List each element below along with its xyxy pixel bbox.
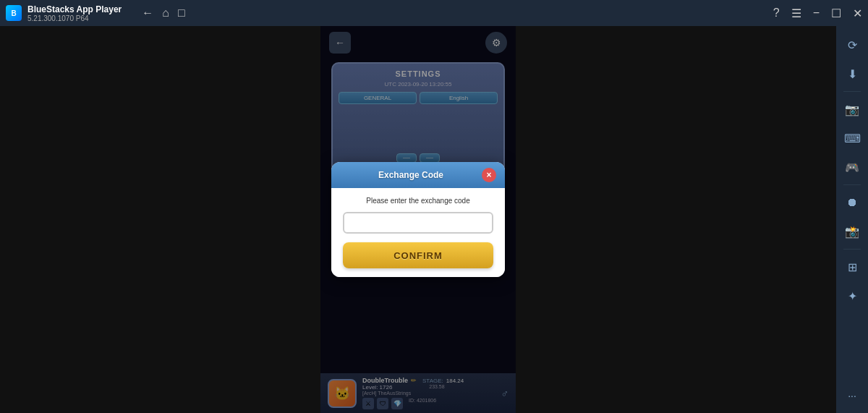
app-title: BlueStacks App Player [27, 4, 122, 14]
exchange-close-button[interactable]: × [482, 168, 496, 182]
download-sidebar-icon[interactable]: ⬇ [839, 61, 865, 87]
minimize-icon[interactable]: − [813, 7, 820, 20]
settings2-sidebar-icon[interactable]: ✦ [839, 283, 865, 309]
confirm-button[interactable]: CONFIRM [343, 242, 493, 268]
home-nav-icon[interactable]: ⌂ [162, 7, 169, 20]
exchange-overlay: Exchange Code × Please enter the exchang… [320, 26, 516, 413]
app-info: BlueStacks App Player 5.21.300.1070 P64 [27, 4, 122, 22]
rotate-sidebar-icon[interactable]: ⟳ [839, 32, 865, 58]
menu-icon[interactable]: ☰ [791, 7, 801, 20]
clone-nav-icon[interactable]: □ [178, 7, 185, 20]
main-layout: ← ⚙ SETTINGS UTC 2023-09-20 13:20:55 GEN… [0, 26, 868, 413]
keyboard-sidebar-icon[interactable]: ⌨ [839, 125, 865, 151]
gamepad-sidebar-icon[interactable]: 🎮 [839, 154, 865, 180]
titlebar-controls: ? ☰ − ☐ ✕ [773, 7, 862, 20]
exchange-title: Exchange Code [340, 170, 482, 180]
layers-sidebar-icon[interactable]: ⊞ [839, 254, 865, 280]
sidebar-divider-2 [843, 184, 861, 185]
close-icon[interactable]: ✕ [853, 7, 862, 20]
more-sidebar-icon[interactable]: ··· [848, 390, 856, 401]
exchange-dialog: Exchange Code × Please enter the exchang… [331, 162, 505, 277]
sidebar-divider-1 [843, 91, 861, 92]
titlebar-left: B BlueStacks App Player 5.21.300.1070 P6… [6, 4, 185, 22]
help-icon[interactable]: ? [773, 7, 780, 20]
right-sidebar: ⟳ ⬇ 📷 ⌨ 🎮 ⏺ 📸 ⊞ ✦ ··· [836, 26, 868, 413]
app-logo: B [6, 5, 22, 21]
titlebar: B BlueStacks App Player 5.21.300.1070 P6… [0, 0, 868, 26]
exchange-body: Please enter the exchange code CONFIRM [331, 188, 505, 277]
exchange-prompt: Please enter the exchange code [343, 197, 493, 205]
screenshot-sidebar-icon[interactable]: 📸 [839, 218, 865, 244]
game-viewport: ← ⚙ SETTINGS UTC 2023-09-20 13:20:55 GEN… [320, 26, 516, 413]
camera-sidebar-icon[interactable]: 📷 [839, 96, 865, 122]
app-version: 5.21.300.1070 P64 [27, 14, 122, 22]
exchange-header: Exchange Code × [331, 162, 505, 188]
sidebar-divider-3 [843, 249, 861, 250]
titlebar-nav: ← ⌂ □ [142, 7, 184, 20]
back-nav-icon[interactable]: ← [142, 7, 153, 20]
maximize-icon[interactable]: ☐ [831, 7, 841, 20]
content-area: ← ⚙ SETTINGS UTC 2023-09-20 13:20:55 GEN… [0, 26, 836, 413]
record-sidebar-icon[interactable]: ⏺ [839, 190, 865, 216]
exchange-code-input[interactable] [343, 212, 493, 234]
